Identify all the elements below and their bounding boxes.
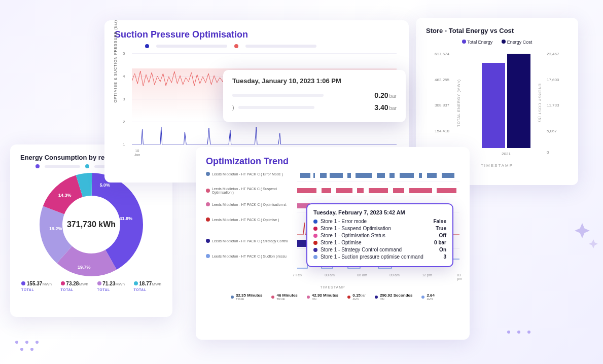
suction-legend (145, 44, 399, 48)
energy-donut[interactable]: 371,730 kWh 41.8% 5.0% 14.3% 19.2% 19.7% (38, 171, 145, 278)
store-right-axis-label: ENERGY COST ($) (538, 84, 541, 122)
track-suspend[interactable]: Leeds Middleton - HT PACK C ( Suspend Op… (206, 187, 459, 200)
suction-title: Suction Pressure Optimisation (115, 29, 399, 40)
trend-tooltip-title: Tuesday, February 7, 2023 5:42 AM (313, 209, 446, 215)
trend-tooltip: Tuesday, February 7, 2023 5:42 AM Store … (306, 203, 453, 267)
store-legend: Total Energy Energy Cost (426, 40, 568, 45)
store-left-axis-label: TOTAL ENERGY (MWh) (457, 79, 460, 127)
track-error-mode[interactable]: Leeds Middleton - HT PACK C ( Error Mode… (206, 172, 459, 185)
suction-tooltip: Tuesday, January 10, 2023 1:06 PM 0.20ba… (223, 70, 406, 122)
trend-xaxis: 7 Feb 03 am 06 am 09 am 12 pm 03 pm (297, 273, 459, 283)
store-title: Store - Total Energy vs Cost (426, 27, 568, 34)
sparkle-icon (575, 223, 590, 238)
energy-legend: 155.37MWhTOTAL 73.28MWhTOTAL 71.23MWhTOT… (20, 278, 162, 292)
suction-tooltip-title: Tuesday, January 10, 2023 1:06 PM (232, 77, 397, 85)
sparkle-icon (589, 239, 598, 248)
bar-energy-cost (507, 54, 530, 148)
trend-xlabel: TIMESTAMP (206, 285, 459, 289)
store-chart[interactable]: TOTAL ENERGY (MWh) ENERGY COST ($) 617,6… (433, 50, 561, 156)
trend-footer: 32.35 MinutesTRUE 46 MinutesTRUE 42.93 M… (206, 293, 459, 301)
donut-center-value: 371,730 kWh (67, 220, 116, 229)
bar-total-energy (482, 63, 505, 148)
suction-ylabel: OPTIMISE & SUCTION PRESSURE (bar) (114, 20, 117, 103)
trend-title: Optimization Trend (206, 156, 459, 167)
